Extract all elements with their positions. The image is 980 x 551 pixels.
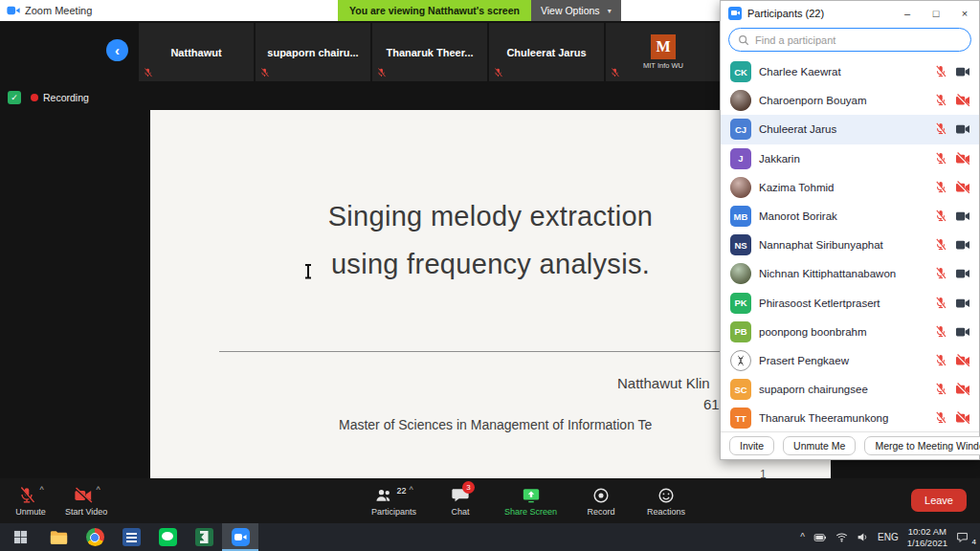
participants-panel-titlebar[interactable]: Participants (22) – □ × <box>721 1 979 25</box>
maximize-button[interactable]: □ <box>922 1 950 25</box>
participants-panel: Participants (22) – □ × CK Charle <box>720 0 980 460</box>
share-screen-icon <box>522 486 541 505</box>
unmute-button[interactable]: ^ Unmute <box>10 486 52 517</box>
secure-meeting-icon[interactable]: ✓ <box>8 91 21 104</box>
taskbar-chrome[interactable] <box>77 523 113 551</box>
participant-name: Thanaruk Theeramunkong <box>759 412 926 424</box>
mit-logo: M <box>651 34 676 59</box>
participant-row[interactable]: Charoenporn Bouyam <box>721 86 979 115</box>
mic-muted-icon <box>934 94 947 107</box>
participant-row[interactable]: MB Manorot Borirak <box>721 202 979 231</box>
mic-muted-icon <box>17 486 36 505</box>
participant-avatar: SC <box>730 379 751 400</box>
video-tile[interactable]: supaporn chairu... <box>256 23 370 81</box>
chevron-up-icon[interactable]: ^ <box>97 486 100 495</box>
chevron-up-icon[interactable]: ^ <box>39 486 43 495</box>
video-tile[interactable]: Natthawut <box>139 23 254 81</box>
language-indicator[interactable]: ENG <box>878 532 899 542</box>
share-screen-button[interactable]: Share Screen <box>504 486 557 517</box>
mic-muted-icon <box>934 383 947 396</box>
slide-author: Natthawut Klin <box>617 375 710 391</box>
mic-muted-icon <box>934 181 947 194</box>
leave-button[interactable]: Leave <box>911 489 967 512</box>
video-tile[interactable]: Thanaruk Theer... <box>372 23 487 81</box>
caret-down-icon: ▾ <box>608 7 612 15</box>
participant-row[interactable]: Kazima Tohmid <box>721 173 979 202</box>
camera-icon <box>955 209 970 223</box>
search-input[interactable] <box>755 34 962 46</box>
mic-muted-icon <box>259 68 270 78</box>
video-tile[interactable]: M MIT Info WU <box>606 23 721 81</box>
chrome-icon <box>86 528 104 546</box>
volume-icon[interactable] <box>857 531 869 543</box>
mic-muted-icon <box>934 65 947 78</box>
video-tile[interactable]: Chuleerat Jarus <box>489 23 604 81</box>
view-options-dropdown[interactable]: View Options ▾ <box>531 0 621 21</box>
unmute-me-button[interactable]: Unmute Me <box>783 436 856 455</box>
meeting-toolbar: ^ Unmute ^ Start Video <box>0 478 980 523</box>
taskbar-file-explorer[interactable] <box>40 523 77 551</box>
taskbar-word[interactable] <box>113 523 149 551</box>
mic-muted-icon <box>934 297 947 310</box>
participant-name: Manorot Borirak <box>759 210 926 222</box>
merge-to-meeting-window-button[interactable]: Merge to Meeting Window <box>864 436 980 455</box>
reactions-icon <box>657 486 676 505</box>
mic-muted-icon <box>143 68 153 78</box>
screen: Zoom Meeting You are viewing Natthawut's… <box>0 0 980 551</box>
reactions-button[interactable]: Reactions <box>645 486 687 517</box>
taskbar-line[interactable] <box>149 523 186 551</box>
mic-muted-icon <box>934 238 947 252</box>
participants-button[interactable]: 22 ^ Participants <box>371 486 416 517</box>
line-art-avatar-icon <box>734 354 747 367</box>
gallery-prev-button[interactable]: ‹ <box>106 39 128 61</box>
participant-avatar: CJ <box>730 119 751 140</box>
battery-icon[interactable] <box>813 533 827 542</box>
taskbar: ^ ENG 10:02 AM 1/16/2021 4 <box>0 523 980 551</box>
chevron-up-icon[interactable]: ^ <box>409 486 412 495</box>
search-box <box>728 28 971 52</box>
taskbar-clock[interactable]: 10:02 AM 1/16/2021 <box>907 526 947 548</box>
participant-row[interactable]: TT Thanaruk Theeramunkong <box>721 404 979 431</box>
taskbar-excel[interactable] <box>186 523 222 551</box>
participants-icon <box>374 486 393 505</box>
close-button[interactable]: × <box>950 1 979 25</box>
taskbar-zoom[interactable] <box>222 523 258 551</box>
tray-chevron-up-icon[interactable]: ^ <box>800 532 805 542</box>
participant-avatar <box>730 263 751 284</box>
slide-program: Master of Sciences in Management of Info… <box>339 417 652 432</box>
participant-name: Charoenporn Bouyam <box>759 95 926 106</box>
chat-button[interactable]: 3 Chat <box>439 486 481 517</box>
action-center[interactable]: 4 <box>956 531 972 543</box>
invite-button[interactable]: Invite <box>729 436 774 455</box>
participant-row[interactable]: Nichnan Kittiphattanabawon <box>721 259 979 288</box>
participant-row[interactable]: NS Nannaphat Siribunyaphat <box>721 231 979 259</box>
recording-indicator: Recording <box>31 92 89 103</box>
camera-icon <box>955 411 970 425</box>
participant-row[interactable]: J Jakkarin <box>721 144 979 173</box>
slide-divider <box>219 351 763 352</box>
participant-row[interactable]: CJ Chuleerat Jarus <box>721 115 979 143</box>
participant-row[interactable]: Prasert Pengkaew <box>721 346 979 375</box>
notification-icon <box>956 531 969 543</box>
start-video-button[interactable]: ^ Start Video <box>65 486 107 517</box>
mic-muted-icon <box>934 209 947 223</box>
camera-icon <box>955 297 970 310</box>
text-cursor <box>303 263 312 279</box>
participant-row[interactable]: PK Phirasoost Ketlertprasert <box>721 289 979 318</box>
mic-muted-icon <box>493 68 503 78</box>
wifi-icon[interactable] <box>835 531 848 543</box>
participant-avatar: PB <box>730 321 751 342</box>
camera-icon <box>955 181 970 194</box>
participant-row[interactable]: CK Charlee Kaewrat <box>721 57 979 86</box>
zoom-app-icon <box>7 5 20 16</box>
participant-row[interactable]: SC supaporn chairungsee <box>721 375 979 404</box>
window-title: Zoom Meeting <box>25 5 92 16</box>
participant-avatar: CK <box>730 61 751 82</box>
start-button[interactable] <box>0 523 40 551</box>
camera-icon <box>955 122 970 136</box>
search-icon <box>738 34 749 46</box>
participant-row[interactable]: PB poonpong boonbrahm <box>721 318 979 346</box>
participant-name: Nannaphat Siribunyaphat <box>759 239 926 251</box>
minimize-button[interactable]: – <box>893 1 922 25</box>
record-button[interactable]: Record <box>580 486 622 517</box>
